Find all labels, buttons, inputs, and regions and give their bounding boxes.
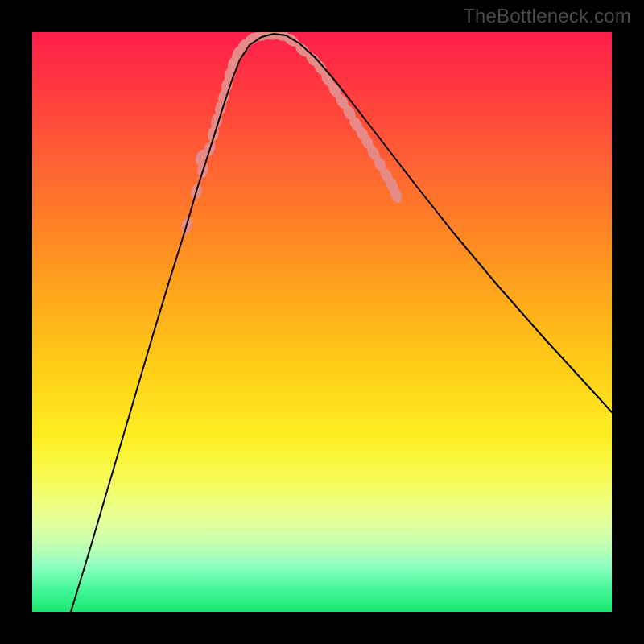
bottleneck-curve bbox=[71, 34, 612, 612]
chart-frame: TheBottleneck.com bbox=[0, 0, 644, 644]
plot-area bbox=[32, 32, 612, 612]
watermark-text: TheBottleneck.com bbox=[463, 5, 631, 27]
curve-svg bbox=[32, 32, 612, 612]
pink-marker-group bbox=[180, 32, 404, 235]
